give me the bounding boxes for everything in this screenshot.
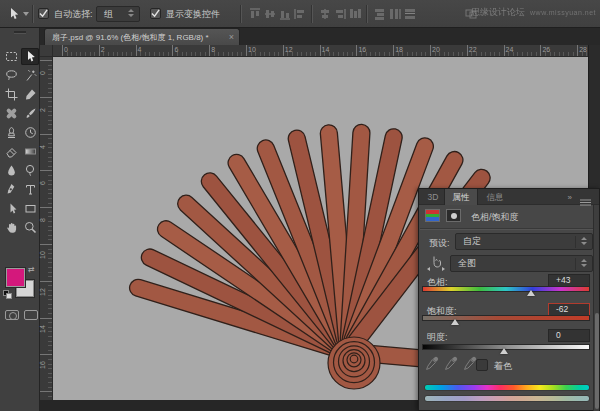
saturation-slider-thumb[interactable] [451, 319, 459, 325]
targeted-adjustment-icon[interactable] [425, 255, 447, 272]
lightness-value[interactable]: 0 [548, 329, 590, 342]
tab-3d[interactable]: 3D [423, 189, 443, 205]
tab-properties[interactable]: 属性 [444, 189, 478, 205]
distribute-horizontal-centers-icon[interactable] [388, 7, 402, 21]
lightness-slider[interactable] [422, 344, 590, 350]
document-tab-bar: 扇子.psd @ 91.6% (色相/饱和度 1, RGB/8) * × [40, 28, 600, 45]
panel-tab-strip: 3D 属性 信息 » [419, 189, 599, 205]
align-bottom-edges-icon[interactable] [278, 7, 292, 21]
properties-panel: 3D 属性 信息 » 色相/饱和度 预设: 自定 全图 色相: +43 饱和度:… [418, 188, 600, 411]
rectangle-shape-tool[interactable] [21, 200, 39, 217]
horizontal-ruler: 0246810121416182022242628 [53, 45, 588, 57]
layer-mask-icon [446, 209, 461, 222]
eyedropper-add-icon[interactable] [444, 356, 458, 375]
preset-value: 自定 [463, 235, 481, 248]
lasso-tool[interactable] [2, 67, 20, 84]
quick-mask-icon[interactable] [5, 310, 19, 320]
document-tab[interactable]: 扇子.psd @ 91.6% (色相/饱和度 1, RGB/8) * × [44, 28, 240, 45]
colorize-checkbox[interactable] [476, 359, 488, 371]
screen-mode-icon[interactable] [24, 310, 38, 320]
swap-colors-icon[interactable]: ⇄ [28, 265, 35, 274]
type-tool[interactable] [21, 181, 39, 198]
document-title: 扇子.psd @ 91.6% (色相/饱和度 1, RGB/8) * [52, 32, 225, 43]
panel-menu-icon[interactable] [580, 193, 591, 211]
show-transform-label: 显示变换控件 [166, 9, 220, 20]
dodge-tool[interactable] [21, 162, 39, 179]
hue-slider-thumb[interactable] [527, 290, 535, 296]
watermark-url: www.missyuan.net [530, 9, 596, 16]
auto-select-target-dropdown[interactable]: 组 [96, 6, 140, 22]
zoom-tool[interactable] [21, 219, 39, 236]
auto-select-checkbox[interactable] [38, 8, 49, 19]
eyedropper-subtract-icon[interactable] [463, 356, 477, 375]
blur-tool[interactable] [2, 162, 20, 179]
separator [366, 5, 367, 23]
eyedropper-tool[interactable] [21, 86, 39, 103]
channel-value: 全图 [458, 257, 476, 270]
dropdown-caret-icon [127, 8, 135, 20]
adjustment-icon [425, 209, 440, 222]
preset-dropdown[interactable]: 自定 [455, 233, 593, 250]
align-left-edges-icon[interactable] [293, 7, 307, 21]
distribute-vertical-centers-icon[interactable] [373, 7, 387, 21]
auto-select-target-value: 组 [104, 8, 113, 21]
watermark: 思缘设计论坛 www.missyuan.net [471, 6, 596, 19]
align-horizontal-centers-icon[interactable] [318, 7, 332, 21]
colorize-label: 着色 [494, 360, 512, 373]
watermark-text: 思缘设计论坛 [471, 6, 525, 19]
distribute-heights-icon[interactable] [403, 7, 417, 21]
lightness-slider-thumb[interactable] [500, 348, 508, 354]
lightness-label: 明度: [427, 331, 448, 344]
move-tool-icon[interactable] [7, 7, 21, 25]
hand-tool[interactable] [2, 219, 20, 236]
eyedropper-sample-icon[interactable] [425, 356, 439, 375]
close-tab-icon[interactable]: × [229, 32, 234, 42]
align-vertical-centers-icon[interactable] [263, 7, 277, 21]
panel-grip[interactable] [14, 31, 26, 33]
ruler-corner [40, 45, 53, 57]
vertical-ruler: 0246810121416 [40, 57, 53, 400]
tools-panel: ⇄ [0, 28, 40, 411]
panel-title: 色相/饱和度 [471, 211, 519, 224]
options-bar: 自动选择: 组 显示变换控件 思缘设计论坛 www.missyuan.net [0, 0, 600, 28]
pen-tool[interactable] [2, 181, 20, 198]
move-tool[interactable] [21, 48, 39, 65]
hue-slider[interactable] [422, 286, 590, 292]
panel-scrollbar[interactable] [593, 205, 599, 411]
history-brush-tool[interactable] [21, 124, 39, 141]
collapse-panel-icon[interactable]: » [568, 193, 571, 202]
dropdown-caret-icon [575, 236, 588, 248]
separator [311, 5, 312, 23]
foreground-color-swatch[interactable] [6, 268, 25, 287]
tab-info[interactable]: 信息 [480, 189, 510, 205]
clone-stamp-tool[interactable] [2, 124, 20, 141]
saturation-slider[interactable] [422, 315, 590, 321]
dropdown-caret-icon [575, 258, 588, 270]
magic-wand-tool[interactable] [21, 67, 39, 84]
preset-label: 预设: [429, 237, 450, 250]
crop-tool[interactable] [2, 86, 20, 103]
channel-dropdown[interactable]: 全图 [450, 255, 593, 272]
distribute-top-edges-icon[interactable] [348, 7, 362, 21]
gradient-tool[interactable] [21, 143, 39, 160]
separator [32, 5, 33, 23]
auto-select-label: 自动选择: [54, 9, 93, 20]
eraser-tool[interactable] [2, 143, 20, 160]
rectangular-marquee-tool[interactable] [2, 48, 20, 65]
brush-tool[interactable] [21, 105, 39, 122]
tool-preset-caret-icon[interactable] [23, 12, 29, 16]
path-selection-tool[interactable] [2, 200, 20, 217]
align-right-edges-icon[interactable] [333, 7, 347, 21]
divider [420, 228, 598, 229]
default-colors-icon[interactable] [3, 290, 13, 299]
show-transform-checkbox[interactable] [150, 8, 161, 19]
healing-brush-tool[interactable] [2, 105, 20, 122]
align-top-edges-icon[interactable] [248, 7, 262, 21]
separator [240, 5, 241, 23]
hue-spectrum-after [424, 395, 590, 402]
hue-spectrum-before [424, 384, 590, 391]
